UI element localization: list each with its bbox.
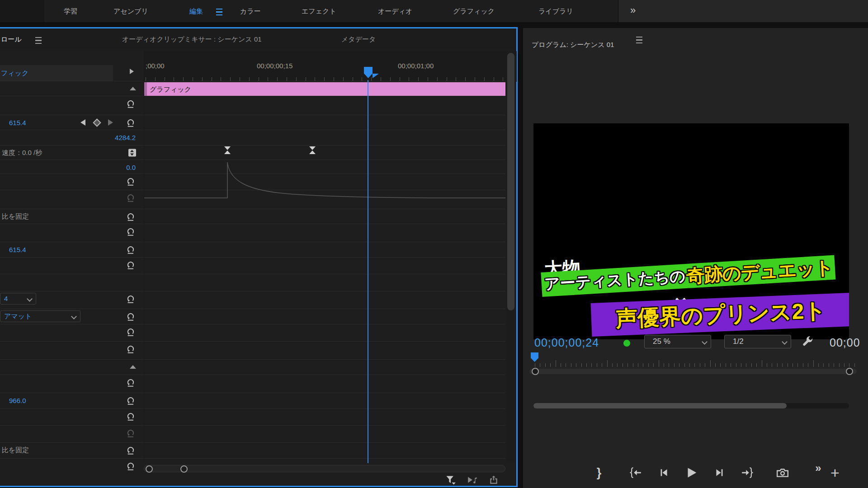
reset-parameter-button[interactable] — [126, 212, 135, 221]
zoom-handle-right[interactable] — [180, 465, 188, 473]
reset-parameter-button[interactable] — [126, 227, 135, 236]
zoom-handle-left[interactable] — [146, 465, 153, 473]
go-to-in-button[interactable] — [627, 464, 645, 482]
row-separator — [0, 96, 505, 96]
reset-parameter-button[interactable] — [126, 177, 135, 186]
transport-controls: } » + — [523, 461, 868, 488]
workspace-tab-5[interactable]: オーディオ — [378, 0, 412, 22]
param-value[interactable]: 615.4 — [9, 119, 26, 127]
param-dropdown[interactable]: 4 — [0, 293, 36, 305]
reset-parameter-button — [126, 428, 135, 437]
keyframe-navigator — [80, 119, 113, 126]
row-separator — [0, 257, 505, 258]
sequence-duration: 00;00 — [830, 336, 860, 349]
program-playhead-marker[interactable] — [531, 352, 538, 362]
more-transport-buttons[interactable]: » — [809, 459, 827, 477]
param-label: 比を固定 — [2, 446, 29, 455]
export-icon[interactable] — [489, 475, 500, 486]
chevron-down-icon — [27, 296, 33, 302]
program-scrollbar-thumb[interactable] — [533, 403, 787, 408]
workspace-tab-7[interactable]: ライブラリ — [538, 0, 573, 22]
workspace-tab-6[interactable]: グラフィック — [453, 0, 495, 22]
reset-parameter-button[interactable] — [126, 378, 135, 387]
program-zoom-scrollbar[interactable] — [529, 368, 862, 375]
row-separator — [0, 425, 505, 426]
workspace-tab-0[interactable]: 学習 — [64, 0, 77, 22]
button-editor-add[interactable]: + — [826, 464, 844, 482]
program-video-frame[interactable]: 大物 アーティストたちの 奇跡のデュエット × 声優界のプリンス2ト — [533, 123, 849, 339]
tab-program-monitor[interactable]: プログラム: シーケンス 01 — [532, 34, 614, 56]
workspace-tab-2[interactable]: 編集 — [189, 0, 203, 22]
collapse-section-icon[interactable] — [130, 87, 136, 90]
row-separator — [0, 81, 505, 81]
param-dropdown[interactable]: アマット — [0, 310, 80, 322]
row-separator — [0, 115, 505, 115]
previous-keyframe-icon[interactable] — [80, 119, 85, 126]
reset-parameter-button[interactable] — [126, 446, 135, 455]
program-horizontal-scrollbar[interactable] — [533, 403, 849, 408]
overlay-banner-purple: 声優界のプリンス2ト — [591, 293, 849, 337]
row-separator — [0, 393, 505, 393]
step-forward-button[interactable] — [711, 464, 729, 482]
play-button[interactable] — [682, 464, 700, 482]
reset-parameter-button[interactable] — [126, 327, 135, 336]
keyframe-ease-icon[interactable] — [309, 146, 316, 154]
go-to-out-button[interactable] — [738, 464, 756, 482]
workspace-overflow-button[interactable]: » — [630, 0, 636, 22]
reset-parameter-button[interactable] — [126, 245, 135, 254]
workspace-tab-1[interactable]: アセンブリ — [113, 0, 148, 22]
vertical-scrollbar[interactable] — [506, 51, 515, 462]
param-value[interactable]: 615.4 — [9, 246, 26, 253]
collapse-section-icon[interactable] — [130, 365, 136, 369]
mark-out-button[interactable]: } — [590, 464, 608, 482]
workspace-menu-icon[interactable] — [216, 9, 222, 15]
reset-parameter-button[interactable] — [126, 344, 135, 353]
timeline-zoom-scrollbar[interactable] — [144, 465, 505, 472]
param-label: 比を固定 — [2, 212, 29, 221]
reset-parameter-button[interactable] — [126, 118, 135, 127]
keyframe-ease-icon[interactable] — [224, 146, 231, 154]
chevron-down-icon — [71, 314, 77, 319]
row-separator — [0, 324, 505, 324]
overlay-text-bottom: 声優界のプリンス2ト — [615, 296, 827, 333]
param-dropdown-value: アマット — [4, 312, 32, 320]
workspace-tab-3[interactable]: カラー — [240, 0, 261, 22]
zoom-handle-left[interactable] — [532, 368, 539, 375]
reset-parameter-button[interactable] — [126, 396, 135, 405]
reset-parameter-button[interactable] — [126, 461, 135, 470]
vertical-scrollbar-thumb[interactable] — [507, 53, 514, 310]
effect-controls-panel: ロール オーディオクリップミキサー : シーケンス 01 メタデータ フィック … — [0, 27, 518, 487]
program-monitor-panel: プログラム: シーケンス 01 大物 アーティストたちの 奇跡のデュエット × … — [523, 28, 868, 488]
topbar-right: » — [618, 0, 868, 22]
playback-resolution-select[interactable]: 1/2 — [724, 335, 791, 348]
filter-properties-icon[interactable] — [445, 475, 456, 486]
reset-parameter-button[interactable] — [126, 260, 135, 269]
value-range-icon[interactable] — [128, 149, 136, 157]
step-back-button[interactable] — [655, 464, 673, 482]
param-value[interactable]: 4284.2 — [86, 134, 136, 141]
current-timecode[interactable]: 00;00;00;24 — [534, 336, 599, 349]
export-frame-button[interactable] — [774, 464, 792, 482]
workspace-tab-4[interactable]: エフェクト — [302, 0, 336, 22]
program-panel-menu-icon[interactable] — [636, 37, 642, 43]
overlay-banner-green: アーティストたちの 奇跡のデュエット — [541, 255, 835, 296]
overlay-text-yellow: 奇跡のデュエット — [685, 255, 834, 288]
velocity-graph — [144, 159, 505, 202]
add-keyframe-icon[interactable] — [93, 118, 101, 127]
zoom-handle-right[interactable] — [846, 368, 853, 375]
reset-parameter-button[interactable] — [126, 294, 135, 303]
param-value[interactable]: 966.0 — [9, 397, 26, 404]
zoom-level-select[interactable]: 25 % — [644, 335, 711, 348]
row-separator — [0, 209, 505, 209]
settings-wrench-icon[interactable] — [801, 335, 814, 348]
program-time-ruler[interactable] — [529, 352, 862, 368]
reset-parameter-button[interactable] — [126, 412, 135, 421]
playhead-line — [368, 80, 368, 463]
zoom-scrollbar-track — [529, 369, 857, 374]
next-keyframe-icon[interactable] — [108, 119, 113, 126]
reset-parameter-button[interactable] — [126, 99, 135, 108]
param-value[interactable]: 0.0 — [86, 164, 136, 171]
reset-parameter-button[interactable] — [126, 312, 135, 321]
play-audio-icon[interactable] — [467, 475, 478, 486]
row-separator — [0, 130, 505, 130]
